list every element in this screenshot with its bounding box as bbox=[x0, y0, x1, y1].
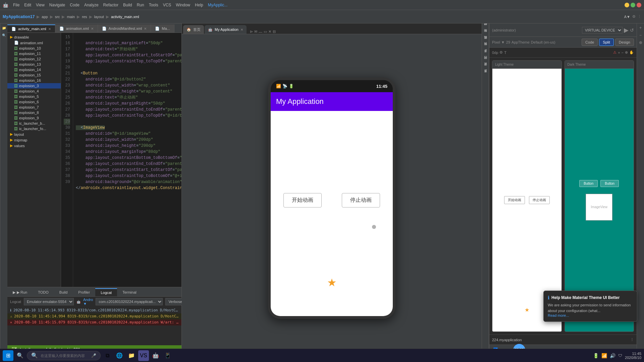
clip-icon[interactable]: 剪辑 bbox=[482, 45, 488, 51]
tab-manifest[interactable]: 📄 AndroidManifest.xml ✕ bbox=[98, 24, 151, 33]
tree-explosion-13[interactable]: 🖼 explosion_13 bbox=[7, 62, 61, 67]
tree-ic-launcher-fo[interactable]: 🖼 ic_launcher_fo... bbox=[7, 126, 61, 131]
emulator-select[interactable]: Emulator emulator-5554 bbox=[24, 298, 74, 305]
tab-logcat[interactable]: Logcat bbox=[95, 288, 117, 296]
tab-todo[interactable]: TODO bbox=[33, 288, 54, 296]
menu-navigate[interactable]: Navigate bbox=[47, 2, 67, 8]
preview-stop-btn[interactable]: 停止动画 bbox=[529, 196, 550, 204]
maximize-button[interactable] bbox=[631, 3, 635, 7]
menu-view[interactable]: View bbox=[34, 2, 47, 8]
design-view-btn[interactable]: Design bbox=[615, 39, 634, 46]
tree-explosion-10[interactable]: 🖼 explosion_10 bbox=[7, 46, 61, 51]
sidebar-toggle-icon[interactable]: ⊟ bbox=[273, 29, 276, 34]
settings-strip-icon[interactable]: 设置 bbox=[482, 65, 488, 71]
tree-animation-xml[interactable]: 📄 animation.xml bbox=[7, 40, 61, 46]
menu-code[interactable]: Code bbox=[68, 2, 82, 8]
taskbar-search-input[interactable] bbox=[41, 354, 89, 358]
tree-explosion-15[interactable]: 🖼 explosion_15 bbox=[7, 72, 61, 78]
stop-animation-button[interactable]: 停止动画 bbox=[342, 193, 380, 207]
zoom-out-strip-icon[interactable]: − bbox=[638, 32, 644, 38]
chrome-close-icon[interactable]: ✕ bbox=[240, 28, 243, 32]
text-tool-icon[interactable]: T bbox=[504, 51, 506, 55]
tree-ic-launcher-b[interactable]: 🖼 ic_launcher_b... bbox=[7, 121, 61, 126]
zoom-in-strip-icon[interactable]: + bbox=[638, 25, 644, 31]
tree-explosion-4[interactable]: 🖼 explosion_4 bbox=[7, 88, 61, 94]
tab-run[interactable]: ▶ ▶ Run bbox=[7, 288, 33, 296]
sync-icon[interactable]: 同控 bbox=[482, 58, 488, 64]
menu-myapp[interactable]: MyApplic... bbox=[206, 2, 230, 8]
menu-analyze[interactable]: Analyze bbox=[82, 2, 101, 8]
search-taskbar[interactable]: 🔍 bbox=[15, 350, 25, 361]
taskview-icon[interactable]: ⧉ bbox=[102, 350, 113, 361]
fit-icon[interactable]: ⊕ bbox=[625, 50, 628, 55]
tab-activity-main[interactable]: 📄 activity_main.xml ✕ bbox=[7, 24, 55, 33]
close-tab-activity[interactable]: ✕ bbox=[48, 27, 51, 31]
tree-values-folder[interactable]: ▶ values bbox=[7, 143, 61, 148]
tree-explosion-7[interactable]: 🖼 explosion_7 bbox=[7, 105, 61, 110]
menu-help[interactable]: Help bbox=[193, 2, 205, 8]
browser-controls[interactable]: ⊳ ✉ — ▭ ✕ ⊟ bbox=[247, 29, 278, 34]
tree-explosion-16[interactable]: 🖼 explosion_16 bbox=[7, 78, 61, 83]
structure-icon[interactable]: 🔍 bbox=[1, 32, 7, 38]
package-select[interactable]: com.c201801020224.myapplicati... bbox=[96, 298, 163, 305]
code-content[interactable]: android:layout_marginLeft="50dp" android… bbox=[73, 33, 181, 287]
explorer-icon[interactable]: 📁 bbox=[126, 350, 137, 361]
start-animation-button[interactable]: 开始动画 bbox=[283, 193, 322, 207]
zero-dp-input[interactable]: 0dp bbox=[492, 51, 498, 55]
tree-explosion-9[interactable]: 🖼 explosion_9 bbox=[7, 115, 61, 121]
right-more-icon[interactable]: ⋮ bbox=[630, 338, 634, 342]
tab-profiler[interactable]: Profiler bbox=[73, 288, 95, 296]
tab-terminal[interactable]: Terminal bbox=[117, 288, 142, 296]
menu-refactor[interactable]: Refactor bbox=[101, 2, 120, 8]
mail-icon[interactable]: ✉ bbox=[254, 29, 257, 34]
refresh-icon[interactable]: ↺ bbox=[630, 27, 634, 33]
code-editor[interactable]: 1516171819 2021222324 25262728 29 303132… bbox=[61, 33, 181, 287]
menu-window[interactable]: Window bbox=[174, 2, 192, 8]
menu-bar[interactable]: File Edit View Navigate Code Analyze Ref… bbox=[11, 2, 229, 8]
code-view-btn[interactable]: Code bbox=[582, 39, 598, 46]
locale-select[interactable]: Default (en-us) bbox=[531, 40, 555, 44]
menu-tools[interactable]: Tools bbox=[147, 2, 160, 8]
close-browser-icon[interactable]: ✕ bbox=[268, 29, 271, 34]
tab-build[interactable]: Build bbox=[54, 288, 73, 296]
close-tab-manifest[interactable]: ✕ bbox=[144, 27, 147, 31]
apptheme-select[interactable]: AppTheme bbox=[512, 40, 530, 44]
multi-icon[interactable]: 多开 bbox=[482, 52, 488, 58]
tree-explosion-5[interactable]: 🖼 explosion_5 bbox=[7, 94, 61, 99]
toolbar-android-btn[interactable]: A▼ bbox=[624, 15, 630, 19]
fit-strip-icon[interactable]: ⊕ bbox=[638, 40, 644, 46]
taskbar-search-box[interactable]: 🔍 🎤 bbox=[27, 351, 101, 360]
mic-icon[interactable]: 🎤 bbox=[91, 353, 96, 358]
project-icon[interactable]: 📁 bbox=[1, 25, 7, 31]
minimize-icon[interactable]: — bbox=[259, 30, 262, 34]
start-button[interactable]: ⊞ bbox=[3, 350, 13, 361]
tree-explosion-12[interactable]: 🖼 explosion_12 bbox=[7, 56, 61, 62]
tree-explosion-3[interactable]: 🖼 explosion_3 bbox=[7, 83, 61, 88]
tree-explosion-11[interactable]: 🖼 explosion_11 bbox=[7, 51, 61, 56]
tree-drawable-folder[interactable]: ▶ drawable bbox=[7, 34, 61, 40]
chrome-tab-home[interactable]: 🏠 首页 bbox=[183, 25, 204, 34]
notif-link[interactable]: Read more... bbox=[548, 313, 633, 317]
more-strip-icon[interactable]: 更多 bbox=[482, 72, 488, 78]
toolbar-more[interactable]: ⋮ bbox=[638, 14, 641, 19]
tab-ma[interactable]: 📄 Ma... bbox=[151, 24, 174, 33]
drag-icon[interactable]: ✋ bbox=[629, 50, 634, 55]
record-icon[interactable]: 录制 bbox=[482, 32, 488, 38]
prev-icon[interactable]: ⊳ bbox=[250, 29, 253, 34]
virtual-device-select[interactable]: VIRTUAL DEVICE bbox=[582, 27, 623, 34]
zoom-minus-icon[interactable]: − bbox=[622, 51, 624, 55]
tab-animation[interactable]: 📄 animation.xml ✕ bbox=[55, 24, 98, 33]
phone-icon[interactable]: 📱 bbox=[162, 350, 173, 361]
zoom-plus-icon[interactable]: + bbox=[618, 51, 620, 55]
tree-layout-folder[interactable]: ▶ layout bbox=[7, 131, 61, 137]
preview-start-btn[interactable]: 开始动画 bbox=[504, 196, 525, 204]
pixel-select-label[interactable]: Pixel ▼ bbox=[492, 40, 505, 44]
chrome-taskbar-icon[interactable]: 🌐 bbox=[114, 350, 125, 361]
close-tab-animation[interactable]: ✕ bbox=[91, 27, 94, 31]
tree-explosion-6[interactable]: 🖼 explosion_6 bbox=[7, 99, 61, 105]
android-studio-taskbar[interactable]: 🤖 bbox=[150, 350, 161, 361]
tree-mipmap-folder[interactable]: ▶ mipmap bbox=[7, 137, 61, 143]
toolbar-settings[interactable]: ⚙ bbox=[632, 14, 636, 19]
menu-file[interactable]: File bbox=[11, 2, 21, 8]
design-tools[interactable]: ⚙ bbox=[499, 50, 503, 55]
